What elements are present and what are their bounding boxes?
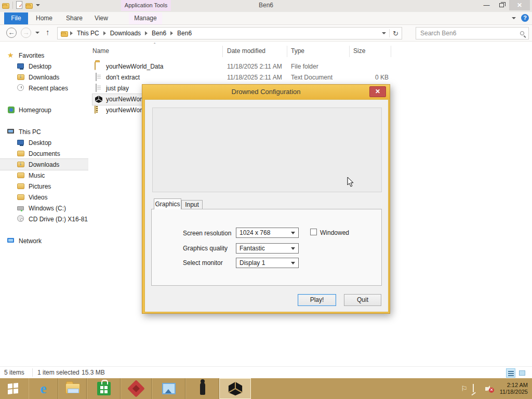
sidebar-item-pc-downloads[interactable]: Downloads — [0, 159, 88, 170]
taskbar-fox-app[interactable] — [121, 378, 152, 399]
system-tray: ⚐ ✕ 2:12 AM 11/18/2025 — [461, 378, 531, 399]
breadcrumb-separator[interactable] — [170, 31, 173, 35]
graphics-quality-select[interactable]: Fantastic — [236, 243, 299, 254]
status-bar: 5 items 1 item selected 15.3 MB — [0, 366, 532, 378]
dialog-close-button[interactable]: ✕ — [369, 86, 386, 97]
taskbar-windows-store[interactable] — [87, 378, 121, 399]
action-center-flag-icon[interactable]: ⚐ — [461, 384, 469, 393]
dialog-title: Drowned Configuration — [142, 85, 390, 99]
selection-size: 15.3 MB — [82, 369, 105, 376]
windowed-checkbox[interactable] — [310, 229, 317, 235]
breadcrumb-this-pc[interactable]: This PC — [74, 30, 102, 37]
item-count: 5 items — [4, 369, 24, 376]
details-view-button[interactable] — [506, 368, 515, 378]
taskbar-clock[interactable]: 2:12 AM 11/18/2025 — [497, 382, 531, 395]
address-dropdown-chevron-icon[interactable] — [382, 32, 386, 34]
graphics-quality-label: Graphics quality — [183, 245, 228, 252]
search-input[interactable]: Search Ben6 — [416, 27, 529, 39]
select-monitor-label: Select monitor — [183, 259, 223, 267]
sidebar-item-downloads[interactable]: Downloads — [0, 72, 88, 83]
navigation-pane: ★ Favorites Desktop Downloads Recent pla… — [0, 42, 88, 366]
text-document-icon — [95, 84, 103, 92]
network-tray-icon[interactable] — [473, 384, 481, 393]
tab-manage[interactable]: Manage — [129, 12, 162, 24]
back-button[interactable]: ← — [6, 28, 17, 38]
up-button[interactable]: ↑ — [46, 28, 50, 36]
close-window-button[interactable]: ✕ — [509, 0, 530, 10]
column-date-modified[interactable]: Date modified — [227, 47, 265, 55]
tab-graphics[interactable]: Graphics — [154, 198, 181, 209]
qat-customize-chevron-icon[interactable] — [36, 4, 40, 6]
search-icon[interactable] — [520, 31, 524, 35]
tab-view[interactable]: View — [89, 12, 113, 24]
select-monitor-select[interactable]: Display 1 — [236, 258, 299, 268]
tab-file[interactable]: File — [4, 12, 28, 24]
downloads-folder-icon — [17, 73, 25, 81]
figure-app-icon — [200, 382, 205, 395]
breadcrumb-ben6[interactable]: Ben6 — [149, 30, 169, 37]
breadcrumb-ben6-2[interactable]: Ben6 — [174, 30, 195, 37]
homegroup-icon — [7, 106, 15, 114]
clock-time: 2:12 AM — [507, 382, 528, 388]
breadcrumb-downloads[interactable]: Downloads — [107, 30, 144, 37]
qat-separator — [12, 2, 13, 9]
mouse-cursor — [347, 177, 354, 189]
internet-explorer-icon: e — [41, 381, 47, 396]
properties-icon[interactable] — [15, 1, 23, 9]
taskbar-unity-app[interactable] — [219, 378, 251, 399]
forward-button[interactable]: → — [21, 28, 31, 38]
ribbon-expand-chevron-icon[interactable] — [512, 17, 516, 19]
new-folder-icon[interactable] — [25, 1, 34, 9]
sidebar-item-cd-drive[interactable]: CD Drive (D:) X16-81 — [0, 214, 88, 224]
refresh-icon[interactable]: ↻ — [393, 30, 398, 37]
column-size[interactable]: Size — [353, 47, 365, 55]
help-icon[interactable]: ? — [521, 14, 529, 22]
sidebar-item-documents[interactable]: Documents — [0, 148, 88, 159]
restore-button[interactable] — [494, 0, 509, 10]
thumbnails-view-button[interactable] — [517, 368, 527, 378]
network-icon — [7, 237, 15, 245]
column-type[interactable]: Type — [291, 47, 304, 55]
taskbar-internet-explorer[interactable]: e — [29, 378, 58, 399]
address-bar[interactable]: This PC Downloads Ben6 Ben6 ↻ — [57, 27, 402, 39]
tab-share[interactable]: Share — [63, 12, 85, 24]
sidebar-item-music[interactable]: Music — [0, 170, 88, 181]
chevron-down-icon — [291, 232, 295, 234]
sidebar-item-pc-desktop[interactable]: Desktop — [0, 137, 88, 148]
file-row-dont-extract[interactable]: don't extract 11/18/2025 2:11 AM Text Do… — [88, 72, 532, 83]
sidebar-item-network[interactable]: Network — [0, 235, 88, 246]
recent-locations-chevron-icon[interactable] — [35, 32, 39, 34]
quit-button[interactable]: Quit — [344, 294, 381, 306]
start-button[interactable] — [0, 378, 26, 399]
minimize-button[interactable]: — — [479, 0, 494, 10]
column-name[interactable]: Name — [92, 47, 109, 55]
sidebar-item-homegroup[interactable]: Homegroup — [0, 104, 88, 115]
explorer-titlebar: Ben6 Application Tools — ✕ — [0, 0, 532, 12]
sidebar-item-desktop[interactable]: Desktop — [0, 61, 88, 72]
tab-home[interactable]: Home — [33, 12, 55, 24]
file-row-yournewworld-data[interactable]: yourNewWorld_Data 11/18/2025 2:11 AM Fil… — [88, 61, 532, 72]
volume-muted-icon[interactable]: ✕ — [485, 384, 493, 393]
sidebar-item-this-pc[interactable]: This PC — [0, 126, 88, 137]
taskbar-photos[interactable] — [152, 378, 185, 399]
breadcrumb-separator[interactable] — [103, 31, 106, 35]
tab-input[interactable]: Input — [181, 200, 203, 209]
sidebar-item-pictures[interactable]: Pictures — [0, 181, 88, 192]
explorer-window-icon[interactable] — [2, 1, 10, 9]
videos-folder-icon — [17, 193, 25, 201]
taskbar-file-explorer[interactable] — [58, 378, 87, 399]
breadcrumb-separator[interactable] — [145, 31, 148, 35]
sidebar-item-favorites[interactable]: ★ Favorites — [0, 50, 88, 61]
documents-folder-icon — [17, 150, 25, 157]
sidebar-item-windows-c[interactable]: Windows (C:) — [0, 203, 88, 214]
taskbar-figure-app[interactable] — [185, 378, 219, 399]
file-explorer-icon — [65, 383, 80, 394]
play-button[interactable]: Play! — [298, 294, 336, 306]
restore-icon — [499, 3, 504, 7]
sidebar-item-videos[interactable]: Videos — [0, 192, 88, 203]
contextual-tab-group: Application Tools — [121, 0, 171, 11]
screen-resolution-select[interactable]: 532 x 399 — [236, 228, 299, 238]
breadcrumb-separator[interactable] — [70, 31, 73, 35]
sidebar-item-recent-places[interactable]: Recent places — [0, 83, 88, 94]
fox-app-icon — [127, 380, 145, 397]
